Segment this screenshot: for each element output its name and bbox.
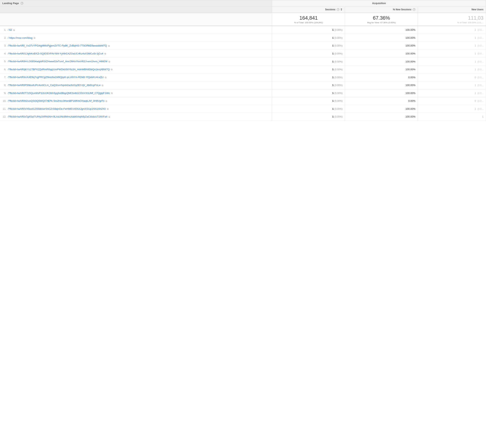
new-users-cell: 0 (0.0... (418, 97, 486, 105)
table-row: 2./ https://moz.com/blog⧉1(0.00%)100.00%… (0, 34, 486, 42)
new-users-pct: (0.0... (477, 37, 484, 39)
landing-page-link[interactable]: /?fbclid=IwAR0VX6ozil1Z93dtAwrShCZrS9ejn… (8, 107, 106, 110)
new-users-cell: 1 (0.0... (418, 89, 486, 97)
landing-page-link[interactable]: / 62 (8, 28, 12, 31)
col-new-sessions-header: % New Sessions ? (345, 6, 418, 13)
sessions-value: 1 (332, 44, 334, 47)
landing-page-link[interactable]: /?fbclid=IwAR0_Vx37vYPGi4gMMsPgjem2VTC-P… (8, 44, 107, 47)
new-users-cell: 1 (0.0... (418, 58, 486, 65)
totals-new-users-sub: % of Total: 100.00% (111,... (420, 21, 484, 24)
new-sessions-value: 100.00% (406, 36, 415, 39)
sessions-pct: (0.00%) (334, 108, 343, 110)
new-sessions-cell: 100.00% (345, 50, 418, 58)
copy-icon[interactable]: ⧉ (107, 108, 109, 110)
new-sessions-cell: 0.00% (345, 97, 418, 105)
sessions-cell: 1(0.00%) (272, 89, 345, 97)
sessions-help-icon[interactable]: ? (337, 8, 339, 11)
new-sessions-label: % New Sessions (393, 8, 411, 11)
landing-page-link[interactable]: /?fbclid=IwAR0tI2uixQSt3Q5WQX7tEFk-Sm2Hc… (8, 99, 104, 102)
totals-sessions-sub: % of Total: 100.00% (164,841) (274, 21, 343, 24)
analytics-table: Landing Page ? Acquisition Sessions ? ⇧ (0, 0, 486, 121)
sessions-cell: 1(0.00%) (272, 26, 345, 34)
sessions-cell: 1(0.00%) (272, 105, 345, 113)
totals-landing-cell (0, 13, 272, 26)
landing-page-link[interactable]: /?fbclid=IwAR0T7zSQuxWsP3JUIJKObhSyg3u6B… (8, 92, 110, 95)
landing-page-link[interactable]: /?fbclid=IwAR0jKYz1TBFX2Zj4RmR0qzjUmPWDk… (8, 68, 110, 71)
new-users-cell: 1 (0.0... (418, 34, 486, 42)
table-row: 8./?fbclid=IwAR0P5NkudUPc4urtiCLm_CaQ3nv… (0, 81, 486, 89)
sessions-cell: 1(0.00%) (272, 58, 345, 65)
copy-icon[interactable]: ⧉ (108, 45, 110, 47)
col-sessions-header: Sessions ? ⇧ (272, 6, 345, 13)
col-landing-page-empty (0, 6, 272, 13)
landing-cell: 12./?fbclid=IwAR0x7g4SqI7UfHy1NRh0AH-9LA… (0, 113, 272, 121)
new-users-cell: 1 (0.0... (418, 50, 486, 58)
landing-cell: 8./?fbclid=IwAR0P5NkudUPc4urtiCLm_CaQ3nv… (0, 81, 272, 89)
landing-page-link[interactable]: / https://moz.com/blog (8, 36, 32, 39)
sessions-label: Sessions (325, 8, 335, 11)
new-sessions-value: 100.00% (406, 92, 415, 95)
sessions-value: 1 (332, 76, 334, 79)
sessions-pct: (0.00%) (334, 76, 343, 79)
landing-page-link[interactable]: /?fbclid=IwAR0x7g4SqI7UfHy1NRh0AH-9LAsUN… (8, 115, 107, 118)
new-users-label: New Users (472, 8, 484, 11)
new-users-pct: (0.0... (477, 100, 484, 102)
row-number: 8. (2, 84, 6, 87)
new-users-value: 1 (475, 68, 476, 71)
row-number: 3. (2, 44, 6, 47)
sessions-value: 1 (332, 115, 334, 118)
new-users-cell: 1 (0.0... (418, 42, 486, 50)
copy-icon[interactable]: ⧉ (102, 84, 103, 87)
copy-icon[interactable]: ⧉ (109, 60, 110, 63)
copy-icon[interactable]: ⧉ (34, 37, 35, 39)
totals-sessions-value: 164,841 (274, 15, 343, 21)
table-row: 5./?fbclid=IwAR0H-LO0054adpbR3IZHxew02eT… (0, 58, 486, 65)
new-users-value: 1 (475, 44, 476, 47)
sessions-value: 1 (332, 36, 334, 39)
new-users-pct: (0.0... (477, 29, 484, 31)
totals-sessions-cell: 164,841 % of Total: 100.00% (164,841) (272, 13, 345, 26)
table-row: 1./ 62⧉1(0.00%)100.00%1 (0.0... (0, 26, 486, 34)
landing-cell: 4./?fbclid=IwAR01JqihKoBXZi-SQIEIEhFAV-M… (0, 50, 272, 58)
landing-page-link[interactable]: /?fbclid=IwAR01JqihKoBXZi-SQIEIEhFAV-M4-… (8, 52, 103, 55)
landing-cell: 2./ https://moz.com/blog⧉ (0, 34, 272, 42)
new-users-pct: (0.0... (477, 92, 484, 95)
row-number: 2. (2, 36, 6, 39)
new-sessions-cell: 100.00% (345, 113, 418, 121)
copy-icon[interactable]: ⧉ (109, 116, 110, 118)
totals-new-sessions-value: 67.36% (347, 15, 415, 21)
header-group-row: Landing Page ? Acquisition (0, 0, 486, 6)
landing-page-link[interactable]: /?fbclid=IwAR0nJUiEfikj7cgPRCg25bsz6a1M8… (8, 76, 104, 79)
totals-new-sessions-sub: Avg for View: 67.36% (0.00%) (347, 21, 415, 24)
copy-icon[interactable]: ⧉ (105, 76, 107, 79)
sessions-value: 1 (332, 92, 334, 95)
copy-icon[interactable]: ⧉ (104, 52, 106, 55)
new-users-cell: 1 (0.0... (418, 81, 486, 89)
row-number: 10. (2, 99, 6, 102)
new-sessions-value: 100.00% (406, 115, 415, 118)
new-users-value: 1 (475, 60, 476, 63)
row-number: 12. (2, 115, 6, 118)
copy-icon[interactable]: ⧉ (111, 92, 113, 95)
new-users-cell: 1 (418, 113, 486, 121)
new-sessions-cell: 100.00% (345, 26, 418, 34)
sessions-cell: 1(0.00%) (272, 42, 345, 50)
sort-ascending-icon[interactable]: ⇧ (340, 8, 343, 11)
copy-icon[interactable]: ⧉ (111, 68, 113, 71)
row-number: 4. (2, 52, 6, 55)
new-users-value: 1 (475, 84, 476, 87)
new-users-value: 1 (482, 115, 484, 118)
landing-page-link[interactable]: /?fbclid=IwAR0H-LO0054adpbR3IZHxew02eTum… (8, 60, 107, 63)
copy-icon[interactable]: ⧉ (106, 100, 107, 103)
sessions-cell: 1(0.00%) (272, 113, 345, 121)
new-users-pct: (0.0... (477, 52, 484, 55)
sessions-value: 1 (332, 28, 334, 31)
row-number: 5. (2, 60, 6, 63)
new-users-value: 1 (475, 36, 476, 39)
sessions-cell: 1(0.00%) (272, 50, 345, 58)
landing-page-link[interactable]: /?fbclid=IwAR0P5NkudUPc4urtiCLm_CaQ3nvrr… (8, 84, 101, 87)
new-users-pct: (0.0... (477, 108, 484, 110)
landing-page-help-icon[interactable]: ? (21, 2, 23, 5)
new-sessions-help-icon[interactable]: ? (413, 8, 415, 11)
copy-icon[interactable]: ⧉ (13, 29, 15, 32)
